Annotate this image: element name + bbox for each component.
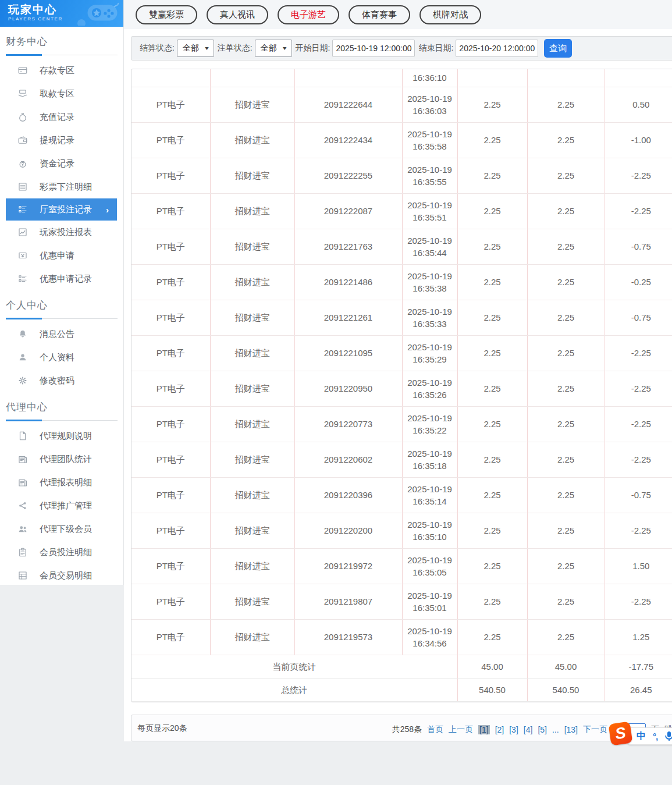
page-link-5[interactable]: [5]	[538, 725, 547, 734]
query-button[interactable]: 查询	[544, 39, 572, 58]
page-link-1[interactable]: [1]	[478, 725, 490, 734]
cell-order-id: 2091222434	[294, 122, 402, 158]
ime-punctuation-toggle[interactable]: °,	[653, 731, 657, 741]
cell-valid-amount	[527, 69, 605, 87]
tab-体育赛事[interactable]: 体育赛事	[349, 5, 410, 24]
table-row: PT电子 招财进宝 2091220396 2025-10-1916:35:14 …	[131, 477, 672, 513]
tab-电子游艺[interactable]: 电子游艺	[278, 5, 339, 24]
sidebar-item-代理团队统计[interactable]: 代理团队统计	[0, 447, 123, 471]
cell-hall: PT电子	[131, 193, 210, 229]
tab-棋牌对战[interactable]: 棋牌对战	[419, 5, 481, 24]
sidebar-item-会员投注明细[interactable]: 会员投注明细	[0, 541, 123, 564]
cell-game: 招财进宝	[210, 406, 294, 442]
page-link-4[interactable]: [4]	[524, 725, 533, 734]
cell-game: 招财进宝	[210, 513, 294, 548]
sidebar-item-修改密码[interactable]: 修改密码	[0, 369, 123, 392]
sidebar-item-消息公告[interactable]: 消息公告	[0, 322, 123, 346]
chevron-down-icon: ▼	[282, 45, 288, 51]
prev-page-link[interactable]: 上一页	[449, 724, 473, 735]
table-row: PT电子 招财进宝 2091221095 2025-10-1916:35:29 …	[131, 335, 672, 371]
sidebar-item-label: 取款专区	[40, 88, 74, 100]
sidebar-item-资金记录[interactable]: 资金记录	[0, 152, 123, 175]
cell-bet-time: 2025-10-1916:35:33	[402, 300, 457, 335]
cell-bet-time: 2025-10-1916:35:05	[402, 548, 457, 584]
cell-winloss: -2.25	[605, 513, 672, 548]
cell-winloss: -2.25	[605, 442, 672, 477]
table-row: PT电子 招财进宝 2091220200 2025-10-1916:35:10 …	[131, 513, 672, 548]
cell-bet-amount: 2.25	[457, 158, 527, 193]
sidebar-item-彩票下注明细[interactable]: 彩票下注明细	[0, 175, 123, 198]
sidebar-item-优惠申请[interactable]: 优惠申请	[0, 244, 123, 267]
sidebar-item-label: 提现记录	[40, 135, 74, 146]
cell-winloss: -2.25	[605, 158, 672, 193]
sidebar-item-label: 代理下级会员	[40, 524, 92, 535]
sidebar-item-厅室投注记录[interactable]: 厅室投注记录›	[6, 198, 117, 221]
cell-hall: PT电子	[131, 619, 210, 655]
funds-purse-icon	[17, 158, 28, 169]
sidebar-item-label: 厅室投注记录	[40, 204, 92, 215]
page-link-3[interactable]: [3]	[509, 725, 518, 734]
microphone-icon[interactable]	[664, 731, 672, 741]
member-bet-clipboard-icon	[17, 547, 28, 557]
cell-hall: PT电子	[131, 371, 210, 406]
withdraw-record-icon	[17, 135, 28, 145]
tab-雙赢彩票[interactable]: 雙赢彩票	[136, 5, 197, 24]
table-row: PT电子 招财进宝 2091221763 2025-10-1916:35:44 …	[131, 229, 672, 264]
sidebar-item-代理推广管理[interactable]: 代理推广管理	[0, 494, 123, 517]
cell-bet-amount: 2.25	[457, 335, 527, 371]
ime-logo-icon[interactable]: S	[609, 722, 633, 746]
sidebar-section-title: 代理中心	[6, 400, 118, 414]
cell-hall: PT电子	[131, 513, 210, 548]
cell-bet-time: 2025-10-1916:35:01	[402, 584, 457, 619]
sidebar-item-玩家投注报表[interactable]: 玩家投注报表	[0, 221, 123, 244]
sidebar-item-代理下级会员[interactable]: 代理下级会员	[0, 517, 123, 541]
promo-record-icon	[17, 273, 28, 284]
sidebar-item-个人资料[interactable]: 个人资料	[0, 346, 123, 369]
sidebar: 玩家中心 PLAYERS CENTER 财务中心存款专区取款专区充值记录提现记录…	[0, 0, 124, 585]
cell-valid-amount: 2.25	[527, 371, 605, 406]
settle-status-select[interactable]: 全部 ▼	[177, 40, 214, 57]
end-date-input[interactable]	[456, 40, 538, 57]
cell-hall: PT电子	[131, 406, 210, 442]
deposit-card-icon	[17, 65, 28, 76]
cell-bet-amount: 2.25	[457, 87, 527, 122]
cell-game: 招财进宝	[210, 442, 294, 477]
page-link-13[interactable]: [13]	[564, 725, 578, 734]
table-row: PT电子 招财进宝 2091222434 2025-10-1916:35:58 …	[131, 122, 672, 158]
cell-hall: PT电子	[131, 548, 210, 584]
sidebar-item-代理报表明细[interactable]: 代理报表明细	[0, 471, 123, 494]
order-status-select[interactable]: 全部 ▼	[255, 40, 292, 57]
sidebar-item-优惠申请记录[interactable]: 优惠申请记录	[0, 267, 123, 290]
cell-winloss: -2.25	[605, 406, 672, 442]
sidebar-item-代理规则说明[interactable]: 代理规则说明	[0, 424, 123, 447]
per-page-label: 每页显示20条	[137, 723, 187, 734]
cell-bet-time: 2025-10-1916:35:14	[402, 477, 457, 513]
cell-bet-time: 2025-10-1916:35:44	[402, 229, 457, 264]
team-stats-icon	[17, 454, 28, 464]
first-page-link[interactable]: 首页	[427, 724, 443, 735]
sidebar-item-存款专区[interactable]: 存款专区	[0, 59, 123, 82]
tab-真人视讯[interactable]: 真人视讯	[207, 5, 268, 24]
sidebar-item-label: 优惠申请	[40, 250, 74, 261]
cell-winloss: -1.00	[605, 122, 672, 158]
next-page-link[interactable]: 下一页	[583, 724, 607, 735]
sidebar-item-取款专区[interactable]: 取款专区	[0, 82, 123, 105]
cell-hall: PT电子	[131, 584, 210, 619]
cell-game: 招财进宝	[210, 87, 294, 122]
cell-bet-amount: 2.25	[457, 193, 527, 229]
cell-hall: PT电子	[131, 87, 210, 122]
filter-bar: 结算状态: 全部 ▼ 注单状态: 全部 ▼ 开始日期: 结束日期: 查询	[131, 36, 672, 61]
cell-winloss: 0.50	[605, 87, 672, 122]
cell-valid-amount: 2.25	[527, 406, 605, 442]
sidebar-item-提现记录[interactable]: 提现记录	[0, 129, 123, 152]
sidebar-item-充值记录[interactable]: 充值记录	[0, 105, 123, 129]
cell-order-id: 2091220602	[294, 442, 402, 477]
cell-hall: PT电子	[131, 300, 210, 335]
sidebar-item-会员交易明细[interactable]: 会员交易明细	[0, 564, 123, 587]
ime-language-toggle[interactable]: 中	[637, 730, 646, 743]
cell-bet-amount: 2.25	[457, 548, 527, 584]
page-link-2[interactable]: [2]	[495, 725, 504, 734]
hall-bet-list-icon	[17, 204, 28, 215]
start-date-input[interactable]	[332, 40, 415, 57]
cell-game: 招财进宝	[210, 193, 294, 229]
